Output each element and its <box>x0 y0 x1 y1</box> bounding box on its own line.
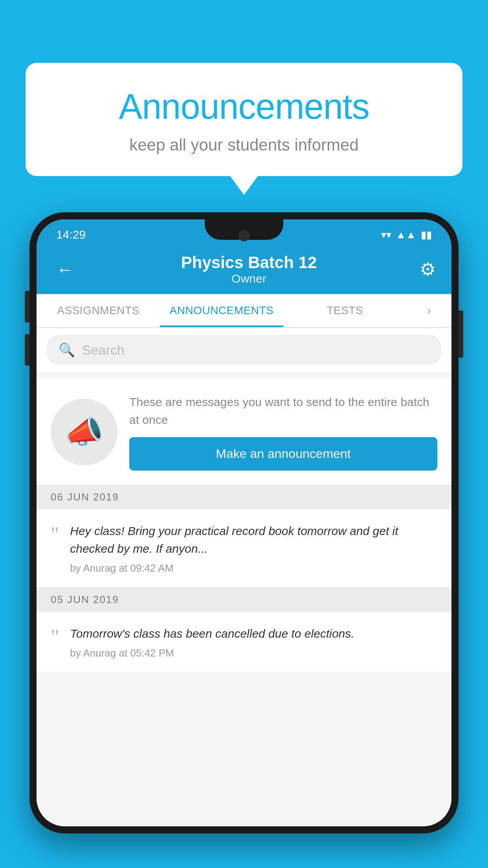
tab-more[interactable]: › <box>407 294 451 327</box>
volume-down-button <box>25 334 29 366</box>
announcement-text-1: Hey class! Bring your practical record b… <box>70 522 437 574</box>
search-input[interactable]: Search <box>82 342 125 358</box>
announcement-text-2: Tomorrow's class has been cancelled due … <box>70 625 437 659</box>
back-button[interactable]: ← <box>52 255 78 284</box>
signal-icon: ▲▲ <box>396 229 416 241</box>
tab-announcements[interactable]: ANNOUNCEMENTS <box>160 294 283 327</box>
header-title: Physics Batch 12 <box>181 253 317 272</box>
app-header: ← Physics Batch 12 Owner ⚙ <box>37 246 451 294</box>
tab-tests[interactable]: TESTS <box>283 294 407 327</box>
front-camera <box>238 230 250 241</box>
speech-bubble-title: Announcements <box>57 86 431 127</box>
phone-screen: 14:29 ▾▾ ▲▲ ▮▮ ← Physics Batch 12 Owner … <box>37 219 451 826</box>
announcement-right-panel: These are messages you want to send to t… <box>129 393 437 471</box>
header-subtitle: Owner <box>181 272 317 285</box>
phone-mockup: 14:29 ▾▾ ▲▲ ▮▮ ← Physics Batch 12 Owner … <box>29 212 459 868</box>
tab-bar: ASSIGNMENTS ANNOUNCEMENTS TESTS › <box>37 294 451 328</box>
speech-bubble-container: Announcements keep all your students inf… <box>26 63 462 176</box>
make-announcement-button[interactable]: Make an announcement <box>129 437 437 471</box>
phone-outer-shell: 14:29 ▾▾ ▲▲ ▮▮ ← Physics Batch 12 Owner … <box>29 212 459 833</box>
announcement-meta-1: by Anurag at 09:42 AM <box>70 562 437 574</box>
announcement-message-1: Hey class! Bring your practical record b… <box>70 522 437 557</box>
date-separator-1: 06 JUN 2019 <box>37 485 451 509</box>
header-center: Physics Batch 12 Owner <box>181 253 317 285</box>
announcement-placeholder-card: 📣 These are messages you want to send to… <box>37 379 451 485</box>
search-bar[interactable]: 🔍 Search <box>47 335 441 365</box>
tab-assignments[interactable]: ASSIGNMENTS <box>37 294 160 327</box>
speech-bubble: Announcements keep all your students inf… <box>26 63 462 176</box>
battery-icon: ▮▮ <box>421 229 432 241</box>
screen-content: 🔍 Search 📣 These are messages you want t… <box>37 328 451 826</box>
status-icons: ▾▾ ▲▲ ▮▮ <box>381 229 432 241</box>
status-time: 14:29 <box>56 228 86 241</box>
speech-bubble-subtitle: keep all your students informed <box>57 136 431 154</box>
settings-button[interactable]: ⚙ <box>420 259 436 280</box>
announcement-meta-2: by Anurag at 05:42 PM <box>70 647 437 659</box>
volume-up-button <box>25 291 29 322</box>
power-button <box>459 311 463 358</box>
announcement-item-1[interactable]: " Hey class! Bring your practical record… <box>37 509 451 587</box>
announcement-description: These are messages you want to send to t… <box>129 393 437 428</box>
megaphone-icon: 📣 <box>64 414 104 451</box>
announcement-message-2: Tomorrow's class has been cancelled due … <box>70 625 437 642</box>
search-container: 🔍 Search <box>37 328 451 372</box>
phone-notch <box>205 219 283 240</box>
search-icon: 🔍 <box>59 342 75 358</box>
announcement-icon-circle: 📣 <box>51 399 117 465</box>
announcement-item-2[interactable]: " Tomorrow's class has been cancelled du… <box>37 612 451 672</box>
date-separator-2: 05 JUN 2019 <box>37 587 451 612</box>
quote-icon-2: " <box>51 627 59 647</box>
wifi-icon: ▾▾ <box>381 229 391 241</box>
quote-icon-1: " <box>51 524 59 545</box>
